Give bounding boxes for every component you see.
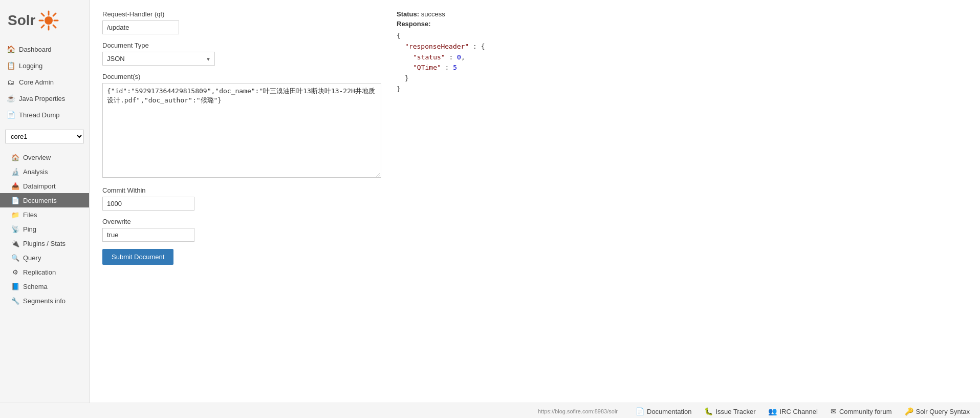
documents-label: Document(s) [102,73,381,80]
sidebar-item-core-admin[interactable]: 🗂 Core Admin [0,74,89,90]
json-line: "QTime" : 5 [413,62,967,73]
irc-channel-link[interactable]: 👥 IRC Channel [768,407,817,415]
json-line: { [397,31,967,41]
sidebar-item-label: Logging [19,62,42,70]
dataimport-icon: 📥 [11,182,19,190]
sidebar-item-documents[interactable]: 📄 Documents [0,193,89,207]
svg-line-7 [53,13,56,16]
issue-tracker-label: Issue Tracker [715,408,755,415]
document-type-select[interactable]: JSON XML CSV PDF DOC DOCX [102,52,215,66]
core-nav-label: Segments info [23,297,66,305]
commit-within-group: Commit Within [102,186,381,211]
solr-query-syntax-link[interactable]: 🔑 Solr Query Syntax [905,407,970,415]
sidebar-item-files[interactable]: 📁 Files [0,207,89,222]
json-comma: , [461,53,465,61]
sidebar-item-logging[interactable]: 📋 Logging [0,57,89,74]
core-nav-label: Replication [23,268,56,276]
json-colon: : [441,64,453,71]
sidebar-item-thread-dump[interactable]: 📄 Thread Dump [0,107,89,123]
documentation-link[interactable]: 📄 Documentation [636,407,691,415]
sidebar-item-dashboard[interactable]: 🏠 Dashboard [0,41,89,57]
logging-icon: 📋 [6,61,15,70]
document-type-label: Document Type [102,41,381,49]
svg-line-6 [53,25,56,28]
sidebar-item-analysis[interactable]: 🔬 Analysis [0,164,89,179]
json-colon: : { [469,43,485,50]
document-type-group: Document Type JSON XML CSV PDF DOC DOCX … [102,41,381,66]
svg-point-0 [45,16,53,25]
documentation-label: Documentation [647,408,691,415]
sidebar-item-java-properties[interactable]: ☕ Java Properties [0,90,89,107]
overview-icon: 🏠 [11,153,19,161]
request-handler-label: Request-Handler (qt) [102,10,381,18]
sidebar-item-query[interactable]: 🔍 Query [0,250,89,265]
json-line: } [397,84,967,95]
logo-area: Solr [0,5,89,41]
core-nav-label: Ping [23,225,36,233]
json-value: 0 [457,53,461,61]
json-key: "QTime" [413,64,441,71]
sidebar-item-dataimport[interactable]: 📥 Dataimport [0,179,89,193]
solr-query-syntax-label: Solr Query Syntax [916,408,970,415]
request-handler-input[interactable] [102,20,179,34]
submit-group: Submit Document [102,249,381,265]
thread-dump-icon: 📄 [6,110,15,119]
submit-document-button[interactable]: Submit Document [102,249,173,265]
sidebar: Solr 🏠 Dashboard 📋 Logging [0,0,90,403]
sidebar-item-label: Core Admin [19,78,54,86]
documents-group: Document(s) {"id":"592917364429815809","… [102,73,381,179]
content-columns: Request-Handler (qt) Document Type JSON … [102,10,967,272]
sidebar-item-segments-info[interactable]: 🔧 Segments info [0,294,89,308]
commit-within-label: Commit Within [102,186,381,194]
json-value: 5 [453,64,457,71]
sidebar-item-label: Java Properties [19,95,65,102]
solr-logo-icon [38,10,59,31]
response-area: Status: success Response: { "responseHea… [397,10,967,95]
java-properties-icon: ☕ [6,94,15,103]
overwrite-group: Overwrite [102,218,381,242]
sidebar-item-label: Thread Dump [19,111,59,119]
main-content: Request-Handler (qt) Document Type JSON … [90,0,980,403]
json-line: "responseHeader" : { [405,41,967,52]
core-selector-area: core1 [0,126,89,148]
response-json: { "responseHeader" : { "status" : 0, "QT… [397,31,967,95]
segments-info-icon: 🔧 [11,297,19,305]
sidebar-item-schema[interactable]: 📘 Schema [0,279,89,294]
community-forum-link[interactable]: ✉ Community forum [831,407,892,415]
documents-textarea[interactable]: {"id":"592917364429815809","doc_name":"叶… [102,83,381,178]
overwrite-input[interactable] [102,228,194,242]
core-selector[interactable]: core1 [5,130,84,143]
svg-line-5 [41,13,44,16]
sidebar-item-replication[interactable]: ⚙ Replication [0,265,89,279]
status-value: success [421,10,445,18]
core-nav-label: Documents [23,197,57,204]
plugins-stats-icon: 🔌 [11,239,19,247]
core-admin-icon: 🗂 [6,77,15,87]
community-forum-icon: ✉ [831,407,837,415]
issue-tracker-link[interactable]: 🐛 Issue Tracker [704,407,755,415]
json-key: "responseHeader" [405,43,469,50]
commit-within-input[interactable] [102,197,194,211]
status-label: Status: [397,10,419,18]
sidebar-item-overview[interactable]: 🏠 Overview [0,150,89,164]
core-nav: 🏠 Overview 🔬 Analysis 📥 Dataimport 📄 Doc… [0,150,89,308]
footer: https://blog.sofire.com:8983/solr 📄 Docu… [0,403,980,418]
core-nav-label: Plugins / Stats [23,240,66,247]
footer-url: https://blog.sofire.com:8983/solr [538,408,618,414]
query-icon: 🔍 [11,254,19,262]
core-nav-label: Query [23,254,41,262]
documentation-icon: 📄 [636,407,644,415]
ping-icon: 📡 [11,225,19,233]
core-nav-label: Dataimport [23,182,56,190]
status-line: Status: success [397,10,967,18]
top-nav: 🏠 Dashboard 📋 Logging 🗂 Core Admin ☕ Jav… [0,41,89,123]
irc-channel-icon: 👥 [768,407,777,415]
sidebar-item-ping[interactable]: 📡 Ping [0,222,89,236]
json-colon: : [445,53,457,61]
issue-tracker-icon: 🐛 [704,407,713,415]
schema-icon: 📘 [11,282,19,290]
core-nav-label: Schema [23,283,48,290]
sidebar-item-plugins-stats[interactable]: 🔌 Plugins / Stats [0,236,89,250]
dashboard-icon: 🏠 [6,45,15,54]
document-form: Request-Handler (qt) Document Type JSON … [102,10,381,272]
